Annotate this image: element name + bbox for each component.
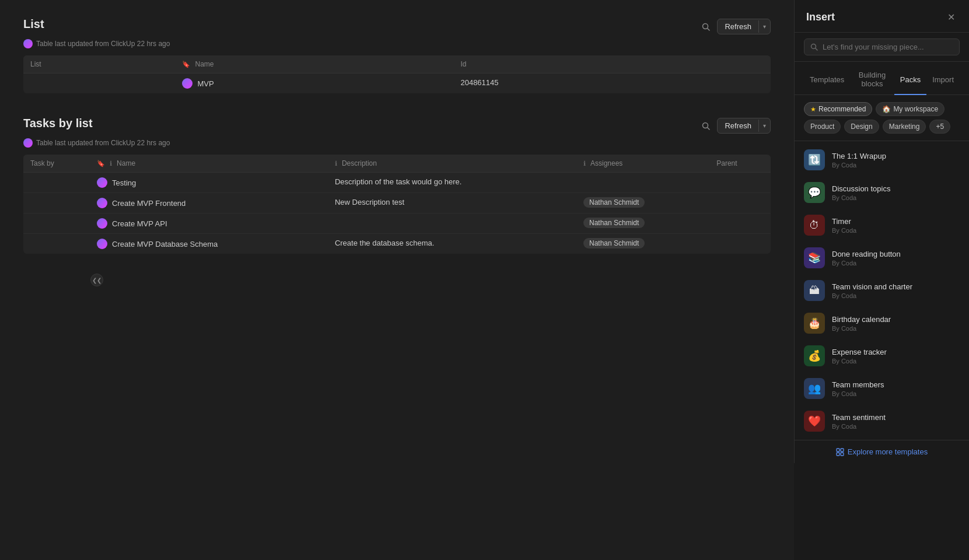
list-item[interactable]: 👥 Team members By Coda <box>795 372 969 405</box>
list-search-button[interactable] <box>698 20 713 33</box>
item-icon-discussion: 💬 <box>804 182 825 203</box>
table-row: Create MVP Frontend New Description test… <box>23 193 771 214</box>
close-panel-button[interactable]: ✕ <box>945 9 957 25</box>
main-content: List Refresh ▾ Table last updated from C… <box>0 0 794 560</box>
list-cell-name: MVP <box>175 74 453 94</box>
item-icon-team-vision: 🏔 <box>804 280 825 301</box>
table-row: Testing Description of the task would go… <box>23 173 771 193</box>
task-cell-name: Create MVP Frontend <box>90 193 328 214</box>
item-info: Expense tracker By Coda <box>832 348 960 365</box>
template-icon <box>836 448 844 456</box>
task-cell-taskby <box>23 234 90 254</box>
task-cell-parent <box>709 173 771 193</box>
list-item[interactable]: 💰 Expense tracker By Coda <box>795 340 969 372</box>
item-icon-timer: ⏱ <box>804 215 825 236</box>
list-item[interactable]: 📚 Done reading button By Coda <box>795 242 969 274</box>
tasks-refresh-button[interactable]: Refresh <box>718 118 758 133</box>
list-table: List 🔖 Name Id MVP 204861 <box>23 55 771 93</box>
tasks-col-assignees: ℹ Assignees <box>576 155 709 173</box>
panel-search-area <box>795 33 969 62</box>
tab-import[interactable]: Import <box>926 67 960 95</box>
task-cell-parent <box>709 214 771 234</box>
list-refresh-dropdown[interactable]: ▾ <box>758 20 770 33</box>
list-item[interactable]: 🔃 The 1:1 Wrapup By Coda <box>795 144 969 176</box>
chevron-left-icon: ❮❮ <box>92 277 102 284</box>
clickup-row-icon <box>97 239 107 249</box>
tasks-title: Tasks by list <box>23 117 93 130</box>
clickup-row-icon <box>182 78 193 89</box>
clickup-icon <box>23 39 33 48</box>
tasks-table: Task by 🔖 ℹ Name ℹ Description ℹ Assigne… <box>23 155 771 254</box>
svg-rect-7 <box>841 449 844 452</box>
item-icon-done-reading: 📚 <box>804 247 825 268</box>
clickup-row-icon <box>97 177 107 188</box>
task-cell-assignees: Nathan Schmidt <box>576 234 709 254</box>
chip-my-workspace[interactable]: 🏠 My workspace <box>876 102 944 116</box>
info-icon-assign: ℹ <box>583 160 586 167</box>
list-cell-list <box>23 74 175 94</box>
info-icon-name: ℹ <box>110 160 112 167</box>
tasks-section: Tasks by list Refresh ▾ Table last updat… <box>23 117 771 254</box>
tasks-col-parent: Parent <box>709 155 771 173</box>
tasks-col-taskby: Task by <box>23 155 90 173</box>
clickup-row-icon <box>97 218 107 229</box>
chip-more[interactable]: +5 <box>929 120 950 134</box>
item-info: The 1:1 Wrapup By Coda <box>832 152 960 169</box>
table-row: Create MVP API Nathan Schmidt <box>23 214 771 234</box>
item-info: Team sentiment By Coda <box>832 413 960 430</box>
svg-line-1 <box>708 28 710 30</box>
panel-search-input[interactable] <box>823 43 953 51</box>
task-cell-taskby <box>23 173 90 193</box>
item-icon-expense: 💰 <box>804 345 825 366</box>
panel-title: Insert <box>806 11 835 23</box>
svg-line-3 <box>708 127 710 130</box>
chip-recommended[interactable]: ★ Recommended <box>804 102 872 116</box>
table-row: Create MVP Database Schema Create the da… <box>23 234 771 254</box>
task-cell-assignees: Nathan Schmidt <box>576 214 709 234</box>
item-icon-11wrapup: 🔃 <box>804 149 825 170</box>
task-cell-desc: New Description test <box>328 193 576 214</box>
task-cell-name: Testing <box>90 173 328 193</box>
chip-marketing[interactable]: Marketing <box>883 120 926 134</box>
task-cell-parent <box>709 193 771 214</box>
list-item[interactable]: 🏔 Team vision and charter By Coda <box>795 274 969 307</box>
item-info: Team vision and charter By Coda <box>832 282 960 299</box>
panel-items-list: 🔃 The 1:1 Wrapup By Coda 💬 Discussion to… <box>795 141 969 440</box>
list-item[interactable]: 💬 Discussion topics By Coda <box>795 176 969 209</box>
svg-line-5 <box>816 48 818 51</box>
list-refresh-group: Refresh ▾ <box>717 19 771 34</box>
list-col-id: Id <box>453 55 771 74</box>
panel-footer: Explore more templates <box>795 440 969 463</box>
task-cell-desc: Description of the task would go here. <box>328 173 576 193</box>
tasks-table-meta: Table last updated from ClickUp 22 hrs a… <box>23 138 771 148</box>
svg-rect-6 <box>837 449 839 452</box>
chip-design[interactable]: Design <box>844 120 879 134</box>
item-info: Discussion topics By Coda <box>832 184 960 201</box>
search-icon-tasks <box>702 122 710 130</box>
tasks-search-button[interactable] <box>698 120 713 132</box>
chip-product[interactable]: Product <box>804 120 841 134</box>
clickup-icon-tasks <box>23 138 33 148</box>
item-info: Birthday calendar By Coda <box>832 315 960 332</box>
info-icon-desc: ℹ <box>335 160 337 167</box>
right-panel-wrapper: Insert ✕ Templates Building blocks Packs… <box>794 0 969 560</box>
list-toolbar: List Refresh ▾ <box>23 18 771 36</box>
tab-templates[interactable]: Templates <box>804 67 850 95</box>
list-col-name: 🔖 Name <box>175 55 453 74</box>
tasks-refresh-dropdown[interactable]: ▾ <box>758 120 770 132</box>
task-cell-taskby <box>23 193 90 214</box>
item-icon-birthday: 🎂 <box>804 313 825 334</box>
panel-tabs: Templates Building blocks Packs Import <box>795 62 969 95</box>
left-panel-toggle[interactable]: ❮❮ <box>90 274 103 286</box>
bookmark-icon-tasks: 🔖 <box>97 160 105 167</box>
tab-packs[interactable]: Packs <box>894 67 926 95</box>
list-item[interactable]: ❤️ Team sentiment By Coda <box>795 405 969 438</box>
explore-templates-button[interactable]: Explore more templates <box>836 447 928 456</box>
list-item[interactable]: ⏱ Timer By Coda <box>795 209 969 242</box>
list-refresh-button[interactable]: Refresh <box>718 19 758 34</box>
list-item[interactable]: 🎂 Birthday calendar By Coda <box>795 307 969 340</box>
task-cell-desc <box>328 214 576 234</box>
tab-building-blocks[interactable]: Building blocks <box>850 67 894 95</box>
explore-label: Explore more templates <box>848 447 928 456</box>
task-cell-name: Create MVP API <box>90 214 328 234</box>
